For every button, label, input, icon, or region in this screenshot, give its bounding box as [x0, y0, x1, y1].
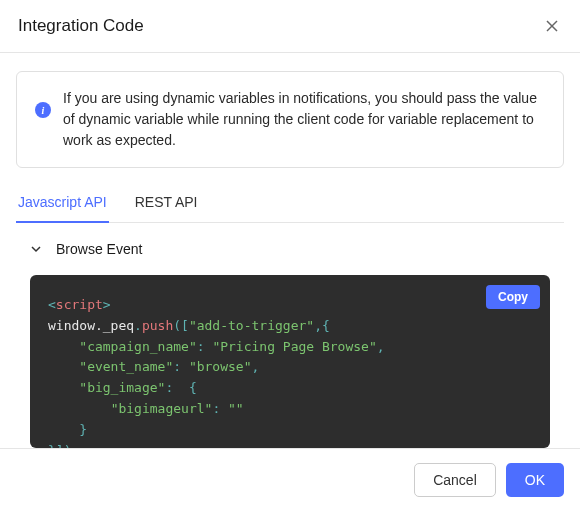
code-token: "browse": [189, 359, 252, 374]
code-token: [48, 339, 79, 354]
info-banner: i If you are using dynamic variables in …: [16, 71, 564, 168]
code-token: ,: [377, 339, 385, 354]
tab-rest-api[interactable]: REST API: [133, 184, 200, 222]
code-token: "big_image": [79, 380, 165, 395]
close-button[interactable]: [542, 16, 562, 36]
code-token: [48, 380, 79, 395]
code-token: "campaign_name": [79, 339, 196, 354]
code-token: "": [228, 401, 244, 416]
code-token: :: [173, 359, 189, 374]
code-token: ,{: [314, 318, 330, 333]
code-token: [48, 422, 79, 437]
code-token: >: [103, 297, 111, 312]
code-token: {: [181, 380, 197, 395]
code-token: <: [48, 297, 56, 312]
code-block: Copy <script> window._peq.push(["add-to-…: [30, 275, 550, 448]
section-toggle[interactable]: Browse Event: [16, 223, 564, 275]
code-token: :: [212, 401, 228, 416]
tabs: Javascript API REST API: [16, 184, 564, 223]
code-token: "add-to-trigger": [189, 318, 314, 333]
section-title: Browse Event: [56, 241, 142, 257]
chevron-down-icon: [30, 243, 42, 255]
tab-javascript-api[interactable]: Javascript API: [16, 184, 109, 222]
info-text: If you are using dynamic variables in no…: [63, 88, 545, 151]
modal-title: Integration Code: [18, 16, 144, 36]
code-token: ,: [252, 359, 260, 374]
copy-button[interactable]: Copy: [486, 285, 540, 309]
info-icon: i: [35, 102, 51, 118]
code-token: :: [197, 339, 213, 354]
code-token: "event_name": [79, 359, 173, 374]
code-token: ([: [173, 318, 189, 333]
code-token: }]);: [48, 443, 79, 448]
code-token: push: [142, 318, 173, 333]
ok-button[interactable]: OK: [506, 463, 564, 497]
code-token: "Pricing Page Browse": [212, 339, 376, 354]
code-token: script: [56, 297, 103, 312]
code-token: window._peq: [48, 318, 134, 333]
cancel-button[interactable]: Cancel: [414, 463, 496, 497]
code-token: [48, 359, 79, 374]
code-token: }: [79, 422, 87, 437]
code-token: "bigimageurl": [111, 401, 213, 416]
code-token: :: [165, 380, 181, 395]
code-token: .: [134, 318, 142, 333]
close-icon: [544, 18, 560, 34]
code-token: [48, 401, 111, 416]
